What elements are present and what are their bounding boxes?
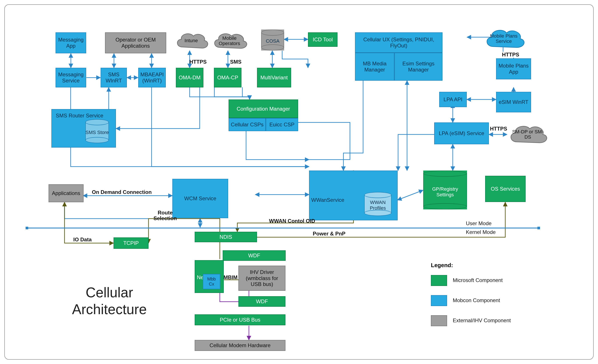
label: WWAN Profiles	[364, 200, 391, 211]
node-sms-winrt: SMS WInRT	[101, 68, 127, 88]
node-cellular-modem-hw: Cellular Modem Hardware	[195, 340, 285, 351]
edge-label-https-intune: HTTPS	[189, 59, 207, 65]
label: WWanService	[311, 197, 344, 203]
node-messaging-service: Messaging Service	[56, 68, 86, 88]
node-operator-oem-apps: Operator or OEM Applications	[105, 32, 166, 53]
cyl-wwan-profiles: WWAN Profiles	[364, 192, 391, 216]
edge-label-https-smdp: HTTPS	[490, 126, 507, 132]
node-ndis: NDIS	[195, 232, 257, 242]
node-esim-winrt: eSIM WinRT	[496, 92, 531, 112]
legend-swatch-microsoft	[431, 275, 447, 286]
label: Cellular Modem Hardware	[209, 342, 271, 348]
node-mbae-api: MBAEAPI (WinRT)	[138, 68, 166, 88]
node-wdf-1: WDF	[223, 250, 286, 261]
label: NDIS	[220, 234, 232, 240]
label: Cellular CSPs	[231, 121, 263, 128]
legend-label-microsoft: Microsoft Component	[453, 277, 503, 283]
diagram-title: Cellular Architecture	[51, 284, 167, 318]
title-line2: Architecture	[72, 301, 147, 317]
edge-label-on-demand: On Demand Connection	[92, 189, 152, 195]
node-messaging-app: Messaging App	[56, 32, 86, 53]
label: Configuration Manager	[237, 106, 290, 112]
node-mb-media-manager: MB Media Manager	[355, 53, 394, 81]
label: SMS WInRT	[103, 72, 125, 83]
node-configuration-manager: Configuration Manager	[229, 99, 298, 118]
node-ihv-driver: IHV Driver (wmbclass for USB bus)	[238, 266, 285, 291]
node-oma-dm: OMA-DM	[176, 68, 203, 88]
cloud-mobile-plans-service: Mobile Plans Service	[483, 25, 524, 51]
label: Mobile Plans App	[498, 63, 529, 75]
legend-title: Legend:	[431, 262, 453, 269]
node-lpa-esim-service: LPA (eSIM) Service	[434, 122, 489, 144]
cloud-mobile-operators: Mobile Operators	[211, 30, 248, 51]
edge-label-sms: SMS	[230, 59, 241, 65]
label: OMA-CP	[217, 74, 238, 81]
edge-label-wwan-oid: WWAN Contol OID	[269, 218, 315, 224]
edge-label-route-selection: Route Selection	[147, 210, 184, 221]
label: Mbb Cx	[205, 276, 218, 287]
cyl-sms-store: SMS Store	[85, 119, 109, 143]
edge-label-https-mobileplans: HTTPS	[502, 52, 519, 58]
cyl-cosa: COSA	[261, 30, 284, 50]
label: SM-DP or SM-DS	[507, 129, 548, 140]
legend-swatch-mobcon	[431, 295, 447, 306]
label: eSIM WinRT	[499, 99, 528, 105]
cloud-intune: Intune	[174, 30, 209, 51]
label: Euicc CSP	[269, 121, 295, 128]
label: TCPIP	[123, 240, 139, 246]
label: Mobile Operators	[211, 36, 248, 46]
label: MBAEAPI (WinRT)	[141, 72, 164, 83]
node-cellular-csps: Cellular CSPs	[229, 118, 266, 131]
cyl-gp-registry: GP/Registry Settings	[423, 170, 467, 210]
label-user-mode: User Mode	[466, 220, 491, 226]
label: GP/Registry Settings	[423, 186, 467, 198]
node-os-services: OS Services	[485, 176, 526, 202]
label: Messaging App	[58, 37, 84, 49]
legend-label-mobcon: Mobcon Component	[453, 297, 500, 303]
label: SMS Store	[85, 130, 109, 135]
node-mobile-plans-app: Mobile Plans App	[496, 58, 531, 79]
node-euicc-csp: Euicc CSP	[266, 118, 298, 131]
label: Intune	[174, 38, 209, 43]
label: Messaging Service	[58, 72, 84, 83]
label: IHV Driver (wmbclass for USB bus)	[241, 269, 283, 287]
legend-swatch-external	[431, 315, 447, 326]
node-pcie-usb-bus: PCIe or USB Bus	[195, 314, 285, 325]
node-tcpip: TCPIP	[114, 237, 149, 249]
mode-divider	[27, 227, 539, 228]
label: COSA	[261, 38, 284, 44]
legend-label-external: External/IHV Component	[453, 317, 511, 324]
label: WCM Service	[184, 195, 216, 202]
label: Cellular UX (Settings, PNIDUI, FlyOut)	[357, 37, 440, 49]
label: Mobile Plans Service	[483, 33, 524, 44]
node-esim-settings-manager: Esim Settings Manager	[394, 53, 442, 81]
label: LPA (eSIM) Service	[439, 130, 484, 137]
label: Esim Settings Manager	[397, 61, 440, 73]
label: WDF	[256, 299, 268, 305]
edge-label-io-data: IO Data	[73, 236, 92, 243]
node-wdf-2: WDF	[238, 296, 285, 307]
label: MultiVariant	[260, 74, 288, 81]
label: MB Media Manager	[357, 61, 392, 73]
edge-label-mbim: MBIM	[224, 274, 238, 281]
title-line1: Cellular	[86, 285, 133, 300]
label: OMA-DM	[179, 74, 200, 81]
label: Operator or OEM Applications	[107, 37, 164, 49]
node-oma-cp: OMA-CP	[214, 68, 241, 88]
label-kernel-mode: Kernel Mode	[466, 229, 496, 235]
edge-label-power-pnp: Power & PnP	[313, 231, 345, 237]
node-multivariant: MultiVariant	[257, 68, 291, 88]
node-cellular-ux: Cellular UX (Settings, PNIDUI, FlyOut)	[355, 32, 442, 53]
label: OS Services	[491, 186, 520, 192]
label: WDF	[248, 252, 260, 259]
node-icd-tool: ICD Tool	[308, 32, 338, 47]
node-mbbcx: Mbb Cx	[203, 274, 220, 289]
label: PCIe or USB Bus	[220, 317, 260, 323]
label: ICD Tool	[313, 37, 333, 43]
node-lpa-api: LPA API	[439, 92, 467, 107]
cloud-smdp-smds: SM-DP or SM-DS	[507, 121, 548, 146]
label: LPA API	[444, 97, 462, 103]
node-applications: Applications	[49, 184, 83, 202]
label: SMS Router Service	[56, 113, 103, 119]
label: Applications	[52, 190, 80, 196]
